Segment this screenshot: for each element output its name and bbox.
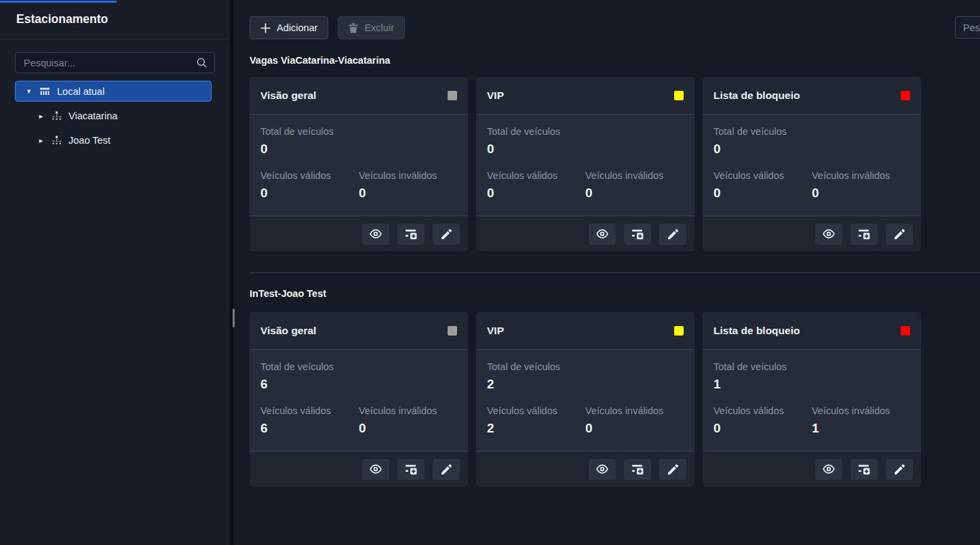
manage-spots-button[interactable] — [850, 224, 878, 245]
loading-progress-bar — [0, 1, 117, 3]
manage-spots-button[interactable] — [624, 459, 651, 480]
invalid-vehicles-value: 0 — [585, 185, 684, 201]
valid-vehicles-label: Veículos válidos — [713, 405, 812, 417]
card-footer — [476, 216, 694, 251]
card-footer — [250, 216, 468, 251]
caret-down-icon[interactable]: ▾ — [25, 87, 33, 96]
manage-spots-button[interactable] — [397, 224, 425, 245]
trash-icon — [349, 23, 358, 33]
status-color-chip — [448, 91, 457, 100]
eye-icon — [370, 229, 382, 239]
card-title: Lista de bloqueio — [713, 89, 800, 102]
total-vehicles-label: Total de veículos — [487, 361, 684, 373]
garage-icon — [39, 87, 50, 96]
list-add-icon — [632, 229, 644, 239]
valid-vehicles-value: 0 — [487, 185, 585, 201]
total-vehicles-value: 1 — [713, 376, 910, 392]
view-button[interactable] — [815, 224, 842, 245]
tree-item-local-atual[interactable]: ▾ Local atual — [15, 81, 212, 102]
delete-button[interactable]: Excluir — [338, 16, 405, 39]
total-vehicles-value: 0 — [260, 141, 457, 157]
invalid-vehicles-label: Veículos inválidos — [359, 170, 457, 182]
search-icon — [197, 58, 207, 68]
sidebar-search-input[interactable] — [24, 58, 197, 68]
caret-right-icon[interactable]: ▸ — [37, 112, 45, 121]
valid-vehicles-value: 0 — [713, 185, 812, 201]
list-add-icon — [859, 229, 870, 239]
invalid-vehicles-value: 0 — [585, 420, 684, 437]
add-button[interactable]: Adicionar — [250, 16, 328, 39]
invalid-vehicles-label: Veículos inválidos — [812, 405, 910, 417]
section-title: Vagas ViaCatarina-Viacatarina — [250, 55, 980, 66]
total-vehicles-value: 2 — [487, 376, 684, 392]
tree-item-joao-test[interactable]: ▸ Joao Test — [0, 130, 230, 150]
manage-spots-button[interactable] — [850, 459, 878, 480]
valid-vehicles-value: 2 — [487, 420, 585, 437]
cards-row: Visão geral Total de veículos 0 Veículos… — [250, 77, 980, 251]
card-header: Visão geral — [250, 77, 468, 115]
tree-item-label: Joao Test — [68, 135, 111, 146]
list-add-icon — [632, 464, 644, 475]
card-footer — [703, 451, 921, 487]
tree-item-viacatarina[interactable]: ▸ Viacatarina — [0, 106, 230, 126]
manage-spots-button[interactable] — [624, 224, 651, 245]
sitemap-icon — [52, 136, 62, 145]
pencil-icon — [668, 229, 678, 239]
valid-vehicles-label: Veículos válidos — [260, 405, 359, 417]
view-button[interactable] — [362, 459, 389, 480]
section-divider — [250, 272, 980, 273]
status-card-lista-de-bloqueio: Lista de bloqueio Total de veículos 1 Ve… — [703, 312, 921, 487]
status-color-chip — [901, 326, 910, 336]
view-button[interactable] — [589, 224, 616, 245]
list-add-icon — [406, 464, 417, 475]
edit-button[interactable] — [886, 459, 913, 480]
view-button[interactable] — [589, 459, 616, 480]
edit-button[interactable] — [659, 459, 686, 480]
eye-icon — [596, 229, 608, 239]
total-vehicles-label: Total de veículos — [260, 361, 457, 373]
edit-button[interactable] — [659, 224, 686, 245]
invalid-vehicles-label: Veículos inválidos — [585, 170, 684, 182]
total-vehicles-label: Total de veículos — [487, 126, 684, 138]
status-card-vip: VIP Total de veículos 0 Veículos válidos… — [476, 77, 694, 251]
valid-vehicles-label: Veículos válidos — [260, 170, 359, 182]
view-button[interactable] — [815, 459, 842, 480]
card-body: Total de veículos 1 Veículos válidos 0 V… — [703, 350, 921, 451]
edit-button[interactable] — [433, 224, 460, 245]
sidebar-header: Estacionamento — [0, 0, 230, 39]
card-header: VIP — [476, 77, 694, 115]
pencil-icon — [668, 464, 678, 475]
card-header: Lista de bloqueio — [703, 77, 921, 115]
invalid-vehicles-value: 0 — [359, 420, 457, 437]
edit-button[interactable] — [886, 224, 913, 245]
sidebar-resize-handle[interactable] — [233, 308, 235, 327]
total-vehicles-label: Total de veículos — [713, 361, 910, 373]
manage-spots-button[interactable] — [397, 459, 425, 480]
card-title: VIP — [487, 89, 504, 102]
card-footer — [250, 451, 468, 487]
status-color-chip — [448, 326, 457, 336]
status-color-chip — [674, 326, 684, 336]
list-add-icon — [406, 229, 417, 239]
pencil-icon — [442, 464, 452, 475]
tree-item-label: Viacatarina — [68, 110, 117, 121]
delete-button-label: Excluir — [364, 22, 394, 33]
total-vehicles-value: 0 — [713, 141, 910, 157]
valid-vehicles-value: 6 — [260, 420, 359, 437]
card-footer — [476, 451, 694, 487]
list-add-icon — [859, 464, 870, 475]
card-title: VIP — [487, 325, 504, 337]
status-color-chip — [901, 91, 910, 100]
pencil-icon — [442, 229, 452, 239]
plus-icon — [260, 23, 271, 33]
toolbar-search-input[interactable] — [955, 16, 980, 39]
edit-button[interactable] — [433, 459, 460, 480]
invalid-vehicles-value: 1 — [812, 420, 910, 437]
caret-right-icon[interactable]: ▸ — [37, 136, 45, 145]
valid-vehicles-label: Veículos válidos — [487, 405, 585, 417]
valid-vehicles-value: 0 — [260, 185, 359, 201]
eye-icon — [823, 229, 835, 239]
pencil-icon — [895, 464, 905, 475]
tree-item-label: Local atual — [57, 86, 104, 97]
view-button[interactable] — [362, 224, 389, 245]
